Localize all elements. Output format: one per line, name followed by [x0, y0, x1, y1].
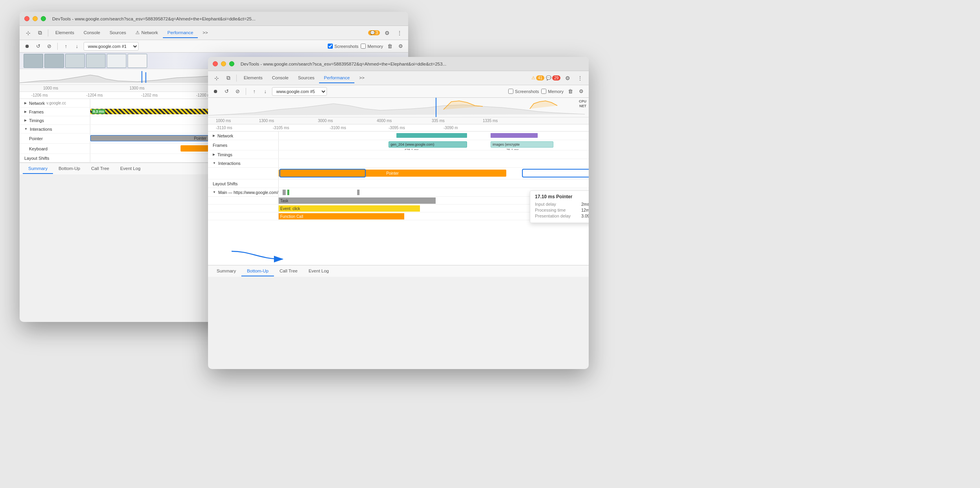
tab-summary-2[interactable]: Summary [211, 266, 241, 276]
record-button-2[interactable]: ⏺ [211, 87, 220, 96]
expand-network-2[interactable]: ▶ [213, 134, 215, 137]
screenshot-thumb-3 [65, 54, 85, 68]
tab-console-1[interactable]: Console [79, 28, 105, 38]
memory-checkbox-1[interactable]: Memory [361, 44, 383, 49]
device-icon-2[interactable]: ⧉ [223, 73, 234, 83]
error-badge-2: 29 [552, 75, 560, 80]
tooltip-label-3: Presentation delay [535, 214, 578, 218]
screenshots-checkbox-2[interactable]: Screenshots [508, 89, 539, 94]
tab-eventlog-2[interactable]: Event Log [303, 266, 334, 276]
minimize-button-1[interactable] [33, 16, 38, 21]
url-select-2[interactable]: www.google.com #5 [272, 87, 327, 96]
device-icon[interactable]: ⧉ [35, 28, 46, 38]
expand-main-2[interactable]: ▼ [213, 190, 216, 194]
reload-button-2[interactable]: ↺ [222, 87, 231, 96]
event-click-label-2: Event: click [280, 207, 300, 211]
tab-more-1[interactable]: >> [198, 28, 212, 38]
devtools-window-2: DevTools - www.google.com/search?sca_esv… [208, 57, 589, 369]
memory-checkbox-2[interactable]: Memory [541, 89, 564, 94]
track-timings-2: ▶ Timings [208, 150, 589, 159]
tab-calltree-2[interactable]: Call Tree [274, 266, 303, 276]
maximize-button-1[interactable] [41, 16, 46, 21]
delete-button-2[interactable]: 🗑 [566, 87, 575, 96]
window-title-2: DevTools - www.google.com/search?sca_esv… [241, 62, 446, 66]
bottom-tabs-2: Summary Bottom-Up Call Tree Event Log [208, 265, 589, 277]
tab-calltree-1[interactable]: Call Tree [86, 164, 115, 174]
tab-eventlog-1[interactable]: Event Log [115, 164, 146, 174]
expand-frames-1[interactable]: ▶ [24, 110, 27, 113]
warning-icon-1: ⚠ [135, 30, 140, 35]
tab-elements-2[interactable]: Elements [239, 73, 267, 83]
tab-elements-1[interactable]: Elements [51, 28, 79, 38]
tab-bottomup-2[interactable]: Bottom-Up [241, 266, 274, 276]
track-label-timings-1: ▶ Timings [20, 116, 90, 124]
settings-icon-1[interactable]: ⚙ [381, 28, 392, 38]
net-label-2: NET [579, 104, 586, 108]
tab-sources-1[interactable]: Sources [105, 28, 131, 38]
tab-bar-1: Elements Console Sources ⚠ Network Perfo… [51, 27, 367, 38]
clear-button-1[interactable]: ⊘ [45, 42, 53, 51]
clear-button-2[interactable]: ⊘ [233, 87, 242, 96]
tab-sources-2[interactable]: Sources [293, 73, 319, 83]
blue-box-pointer-left[interactable] [279, 169, 366, 177]
tick-neg1202: -1202 ms [141, 93, 158, 97]
more-menu-icon-2[interactable]: ⋮ [575, 73, 586, 83]
tab-performance-1[interactable]: Performance [163, 28, 198, 38]
screenshot-thumb-2 [44, 54, 64, 68]
download-button-1[interactable]: ↓ [73, 42, 81, 51]
network-bar-area-2 [279, 132, 589, 140]
frames-entry-2: images (encrypte [491, 141, 553, 148]
tab-console-2[interactable]: Console [267, 73, 293, 83]
screenshot-thumb-6 [128, 54, 147, 68]
reload-button-1[interactable]: ↺ [34, 42, 42, 51]
tick2-1300: 1300 ms [259, 119, 274, 123]
inspector-icon[interactable]: ⊹ [23, 28, 34, 38]
settings-icon-2[interactable]: ⚙ [562, 73, 573, 83]
expand-timings-2[interactable]: ▶ [213, 153, 215, 156]
download-button-2[interactable]: ↓ [261, 87, 270, 96]
error-icon-2: 💬 [546, 75, 551, 80]
upload-button-2[interactable]: ↑ [250, 87, 259, 96]
track-interactions-2: ▼ Interactions [208, 159, 589, 168]
screenshots-checkbox-1[interactable]: Screenshots [328, 44, 358, 49]
tab-bottomup-1[interactable]: Bottom-Up [53, 164, 86, 174]
track-label-frames-2: Frames [208, 140, 279, 150]
more-menu-icon-1[interactable]: ⋮ [394, 28, 405, 38]
close-button-2[interactable] [213, 61, 218, 66]
track-label-event-click-2 [208, 205, 279, 212]
blue-box-pointer-right[interactable] [522, 169, 589, 177]
tick-neg1206: -1206 ms [31, 93, 48, 97]
inspector-icon-2[interactable]: ⊹ [211, 73, 222, 83]
tab-performance-2[interactable]: Performance [319, 73, 354, 83]
task-bar-2: Task [279, 197, 436, 204]
warning-icon-2: ⚠ [531, 75, 535, 80]
maximize-button-2[interactable] [229, 61, 234, 66]
close-button-1[interactable] [24, 16, 29, 21]
ruler-2a: 1000 ms 1300 ms 3000 ms 4000 ms 335 ms 1… [208, 117, 589, 124]
tab-more-2[interactable]: >> [354, 73, 369, 83]
track-label-keyboard-1: Keyboard [20, 144, 90, 154]
devtools-tabbar-1: ⊹ ⧉ Elements Console Sources ⚠ Network P… [20, 26, 408, 40]
tick-1000: 1000 ms [43, 86, 58, 90]
expand-interactions-2[interactable]: ▼ [213, 161, 216, 165]
record-button-1[interactable]: ⏺ [23, 42, 31, 51]
minimize-button-2[interactable] [221, 61, 226, 66]
expand-timings-1[interactable]: ▶ [24, 119, 27, 122]
frames-badge-1: 8.3 ms [92, 109, 105, 114]
warning-badge-2: 41 [536, 75, 544, 80]
url-select-1[interactable]: www.google.com #1 [84, 42, 139, 51]
delete-button-1[interactable]: 🗑 [385, 42, 394, 51]
tick2-4000: 4000 ms [377, 119, 392, 123]
settings-record-2[interactable]: ⚙ [577, 87, 586, 96]
settings-record-1[interactable]: ⚙ [396, 42, 405, 51]
expand-interactions-1[interactable]: ▼ [24, 127, 27, 131]
titlebar-1: DevTools - www.google.com/search?sca_esv… [20, 12, 408, 26]
expand-network-1[interactable]: ▶ [24, 101, 27, 105]
tab-summary-1[interactable]: Summary [23, 164, 53, 174]
track-layout-shifts-2: Layout Shifts [208, 179, 589, 188]
track-label-interactions-1: ▼ Interactions [20, 125, 90, 133]
upload-button-1[interactable]: ↑ [62, 42, 70, 51]
titlebar-2: DevTools - www.google.com/search?sca_esv… [208, 57, 589, 71]
tick-1300: 1300 ms [130, 86, 144, 90]
tab-network-1[interactable]: ⚠ Network [131, 27, 162, 38]
